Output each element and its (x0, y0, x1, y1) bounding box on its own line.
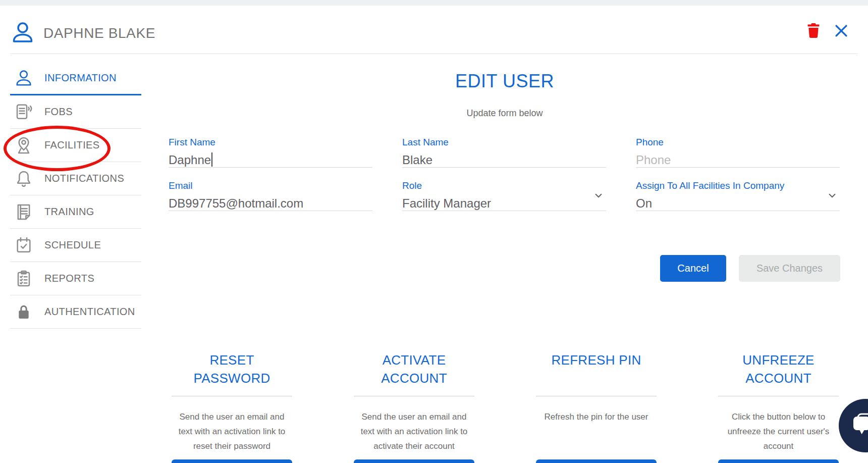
email-input[interactable]: DB997755@hotmail.com (169, 196, 372, 211)
last-name-field: Last Name Blake (402, 134, 606, 168)
email-label: Email (169, 180, 372, 192)
sidebar: INFORMATION FOBS (10, 62, 141, 329)
cancel-button[interactable]: Cancel (660, 255, 726, 282)
save-changes-button[interactable]: Save Changes (739, 255, 840, 282)
user-avatar-icon (10, 20, 35, 45)
map-pin-icon (14, 135, 34, 156)
sidebar-item-label: TRAINING (44, 206, 94, 218)
reset-password-button[interactable] (172, 459, 292, 463)
first-name-input[interactable]: Daphne (169, 152, 372, 168)
assign-all-facilities-label: Assign To All Facilities In Company (636, 180, 840, 192)
refresh-pin-button[interactable] (536, 459, 657, 463)
sidebar-item-label: FACILITIES (44, 139, 100, 151)
activate-account-button[interactable] (354, 459, 474, 463)
refresh-pin-card: REFRESH PIN Refresh the pin for the user (536, 351, 657, 453)
phone-field: Phone Phone (636, 134, 840, 168)
page-title: EDIT USER (328, 71, 681, 92)
sidebar-item-reports[interactable]: REPORTS (10, 262, 141, 295)
delete-user-button[interactable] (804, 20, 823, 40)
sidebar-item-information[interactable]: INFORMATION (10, 62, 141, 95)
edit-user-modal: DAPHNE BLAKE INFORMATION (0, 0, 868, 463)
phone-input[interactable]: Phone (636, 152, 840, 168)
sidebar-item-label: INFORMATION (44, 72, 117, 84)
bell-icon (14, 169, 34, 189)
sidebar-item-authentication[interactable]: AUTHENTICATION (10, 295, 141, 329)
person-icon (14, 68, 34, 88)
account-actions: RESET PASSWORD Send the user an email an… (172, 351, 839, 453)
sidebar-item-label: NOTIFICATIONS (44, 173, 124, 184)
sidebar-item-label: REPORTS (44, 273, 94, 284)
card-divider (718, 396, 839, 396)
reset-password-title: RESET PASSWORD (172, 351, 292, 387)
chat-bubble-icon (850, 411, 868, 437)
sidebar-item-training[interactable]: TRAINING (10, 195, 141, 229)
assign-all-facilities-field: Assign To All Facilities In Company On (636, 177, 840, 211)
unfreeze-account-card: UNFREEZE ACCOUNT Click the button below … (718, 351, 839, 453)
last-name-label: Last Name (402, 137, 606, 149)
sidebar-item-label: AUTHENTICATION (44, 306, 135, 318)
phone-label: Phone (636, 137, 840, 149)
last-name-input[interactable]: Blake (402, 152, 606, 168)
first-name-label: First Name (169, 137, 372, 149)
sidebar-item-notifications[interactable]: NOTIFICATIONS (10, 162, 141, 195)
page-subtitle: Update form below (328, 108, 681, 119)
activate-account-description: Send the user an email and text with an … (358, 409, 471, 453)
first-name-field: First Name Daphne (169, 134, 372, 168)
sidebar-item-label: SCHEDULE (44, 239, 101, 251)
card-divider (172, 396, 292, 396)
clipboard-checklist-icon (14, 269, 34, 289)
text-cursor (211, 152, 212, 167)
sidebar-item-label: FOBS (44, 106, 73, 118)
activate-account-card: ACTIVATE ACCOUNT Send the user an email … (354, 351, 474, 453)
reset-password-description: Send the user an email and text with an … (176, 409, 289, 453)
assign-all-facilities-select[interactable]: On (636, 196, 840, 211)
unfreeze-account-title: UNFREEZE ACCOUNT (718, 351, 839, 387)
close-icon[interactable] (833, 22, 850, 39)
user-full-name: DAPHNE BLAKE (43, 25, 155, 41)
sidebar-item-schedule[interactable]: SCHEDULE (10, 229, 141, 262)
calendar-check-icon (14, 235, 34, 255)
sidebar-item-fobs[interactable]: FOBS (10, 95, 141, 129)
role-label: Role (402, 180, 606, 192)
sidebar-item-facilities[interactable]: FACILITIES (10, 129, 141, 162)
activate-account-title: ACTIVATE ACCOUNT (354, 351, 474, 387)
role-select[interactable]: Facility Manager (402, 196, 606, 211)
card-divider (536, 396, 657, 396)
notebook-icon (14, 202, 34, 222)
refresh-pin-title: REFRESH PIN (536, 351, 657, 387)
lock-icon (14, 302, 34, 322)
header-divider (10, 54, 858, 54)
card-divider (354, 396, 474, 396)
chevron-down-icon (826, 189, 839, 202)
edit-user-form: First Name Daphne Last Name Blake Phone … (169, 134, 840, 211)
chat-launcher-button[interactable] (839, 399, 868, 452)
email-field: Email DB997755@hotmail.com (169, 177, 372, 211)
unfreeze-account-description: Click the button below to unfreeze the c… (722, 409, 835, 453)
role-field: Role Facility Manager (402, 177, 606, 211)
fob-card-icon (14, 102, 34, 122)
unfreeze-account-button[interactable] (718, 459, 839, 463)
refresh-pin-description: Refresh the pin for the user (540, 409, 653, 424)
chevron-down-icon (592, 189, 605, 202)
page-background-strip (0, 0, 868, 6)
reset-password-card: RESET PASSWORD Send the user an email an… (172, 351, 292, 453)
